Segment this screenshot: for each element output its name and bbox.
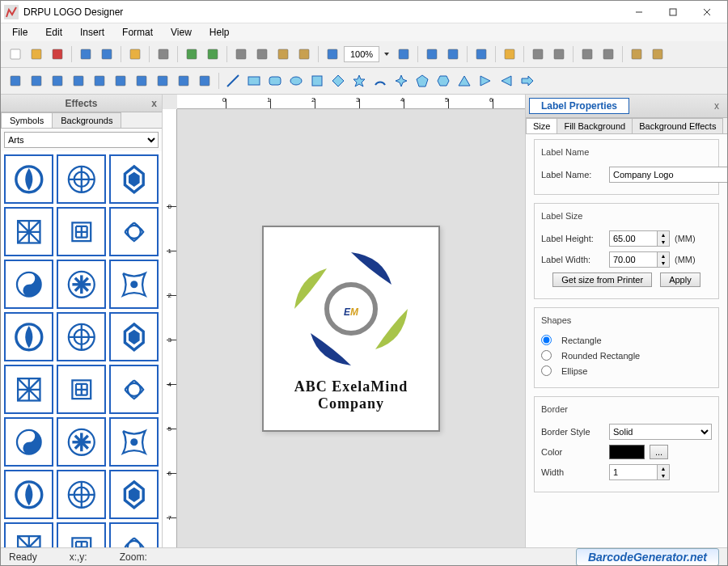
menu-insert[interactable]: Insert (72, 25, 112, 40)
height-spin-up[interactable]: ▲ (658, 231, 669, 239)
copy-button[interactable] (252, 44, 272, 64)
symbol-item[interactable] (4, 154, 53, 204)
symbol-item[interactable] (57, 365, 106, 414)
layers-button[interactable] (69, 71, 88, 91)
symbol-item[interactable] (57, 260, 106, 309)
new-file-button[interactable] (6, 44, 25, 64)
properties-tab-size[interactable]: Size (526, 118, 557, 133)
symbol-item[interactable] (57, 207, 106, 256)
delete-button[interactable] (48, 44, 67, 64)
rounded-rect-button[interactable] (265, 71, 285, 91)
lock-button[interactable] (627, 44, 646, 64)
symbol-item[interactable] (109, 207, 159, 256)
fit-1-1-button[interactable] (422, 44, 442, 64)
properties-tab-fill-background[interactable]: Fill Background (557, 118, 633, 133)
effects-tab-symbols[interactable]: Symbols (1, 112, 53, 128)
border-width-spin-down[interactable]: ▼ (658, 472, 669, 479)
border-width-spin-up[interactable]: ▲ (658, 465, 669, 472)
camera-tool-button[interactable] (48, 71, 67, 91)
cut-button[interactable] (231, 44, 251, 64)
symbol-item[interactable] (109, 417, 159, 467)
send-back-button[interactable] (549, 44, 569, 64)
arrow-shape-button[interactable] (518, 71, 537, 91)
triangle-right-button[interactable] (476, 71, 495, 91)
effects-tab-backgrounds[interactable]: Backgrounds (52, 112, 121, 128)
symbol-item[interactable] (109, 260, 159, 309)
people-button[interactable] (111, 71, 130, 91)
maximize-button[interactable] (656, 1, 690, 23)
align-left-button[interactable] (578, 44, 597, 64)
get-size-from-printer-button[interactable]: Get size from Printer (552, 272, 652, 287)
width-spin-down[interactable]: ▼ (658, 260, 669, 267)
symbol-item[interactable] (57, 470, 106, 519)
label-name-input[interactable] (609, 167, 727, 183)
menu-view[interactable]: View (163, 25, 200, 40)
shape-radio-ellipse[interactable] (541, 365, 552, 376)
image-tool-button[interactable] (27, 71, 46, 91)
stripes-button[interactable] (174, 71, 193, 91)
symbol-item[interactable] (109, 522, 159, 547)
symbol-item[interactable] (4, 312, 53, 361)
symbol-item[interactable] (4, 207, 53, 256)
menu-help[interactable]: Help (201, 25, 238, 40)
save-button[interactable] (76, 44, 95, 64)
open-file-button[interactable] (27, 44, 46, 64)
label-width-input[interactable] (609, 251, 658, 268)
logo-text-line2[interactable]: Company (318, 395, 384, 412)
minimize-button[interactable] (622, 1, 656, 23)
fit-window-button[interactable] (443, 44, 463, 64)
grid-button[interactable] (472, 44, 491, 64)
width-spin-up[interactable]: ▲ (658, 252, 669, 260)
border-color-swatch[interactable] (609, 445, 645, 459)
symbol-item[interactable] (4, 260, 53, 309)
diamond-button[interactable] (328, 71, 348, 91)
text-tool-button[interactable] (6, 71, 25, 91)
symbol-item[interactable] (57, 154, 106, 204)
open-folder-button[interactable] (125, 44, 145, 64)
four-point-button[interactable] (392, 71, 411, 91)
canvas[interactable]: EM ABC ExelaMind Company (177, 109, 525, 547)
line-button[interactable] (223, 71, 243, 91)
menu-file[interactable]: File (4, 25, 36, 40)
star-button[interactable] (349, 71, 369, 91)
triangle-up-button[interactable] (455, 71, 474, 91)
effects-panel-close[interactable]: x (151, 98, 157, 109)
hexagon-button[interactable] (434, 71, 453, 91)
zoom-dropdown[interactable] (381, 44, 392, 64)
apply-button[interactable]: Apply (660, 272, 700, 287)
bring-front-button[interactable] (528, 44, 548, 64)
zoom-out-button[interactable] (394, 44, 413, 64)
zoom-in-button[interactable] (323, 44, 342, 64)
logo-emblem[interactable]: EM (286, 244, 416, 374)
label-properties-close[interactable]: x (709, 100, 724, 112)
symbol-item[interactable] (109, 154, 159, 204)
save-multi-button[interactable] (97, 44, 116, 64)
print-button[interactable] (154, 44, 173, 64)
symbol-item[interactable] (109, 365, 159, 414)
redo-button[interactable] (203, 44, 222, 64)
align-right-button[interactable] (599, 44, 618, 64)
arc-button[interactable] (370, 71, 390, 91)
wave-button[interactable] (153, 71, 172, 91)
menu-format[interactable]: Format (114, 25, 161, 40)
symbol-item[interactable] (57, 522, 106, 547)
barcode-button[interactable] (195, 71, 214, 91)
symbol-item[interactable] (109, 470, 159, 519)
symbol-item[interactable] (57, 312, 106, 361)
triangle-left-button[interactable] (497, 71, 516, 91)
symbol-item[interactable] (4, 522, 53, 547)
rect-button[interactable] (244, 71, 264, 91)
edit-props-button[interactable] (500, 44, 519, 64)
logo-text-line1[interactable]: ABC ExelaMind (294, 378, 408, 395)
undo-button[interactable] (182, 44, 201, 64)
label-height-input[interactable] (609, 230, 658, 247)
square-button[interactable] (307, 71, 327, 91)
close-window-button[interactable] (690, 1, 724, 23)
height-spin-down[interactable]: ▼ (658, 239, 669, 246)
group-button[interactable] (90, 71, 109, 91)
paste-special-button[interactable] (294, 44, 314, 64)
pentagon-button[interactable] (413, 71, 432, 91)
label-design[interactable]: EM ABC ExelaMind Company (262, 226, 440, 432)
border-style-select[interactable]: Solid (609, 424, 712, 440)
symbol-item[interactable] (4, 470, 53, 519)
